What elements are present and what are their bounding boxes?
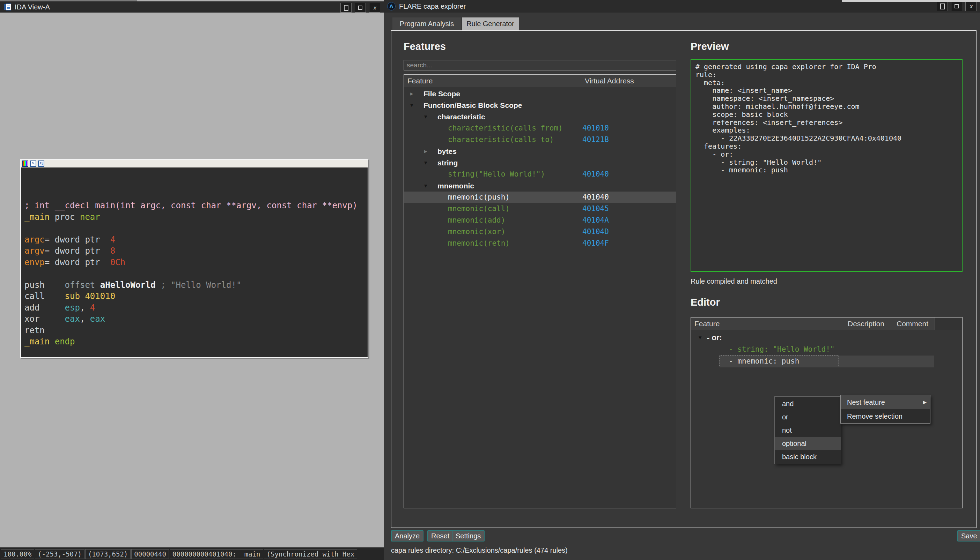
capa-close-button[interactable]: x xyxy=(965,2,977,11)
tree-group-label: string xyxy=(437,157,458,168)
features-table-header[interactable]: Feature Virtual Address xyxy=(404,75,676,87)
colors-icon[interactable] xyxy=(22,160,28,167)
maximize-icon xyxy=(940,3,945,9)
capa-window-title: FLARE capa explorer xyxy=(399,2,466,10)
close-button[interactable]: x xyxy=(369,3,380,13)
virtual-address: 40121B xyxy=(583,134,609,145)
chevron-down-icon[interactable]: ▾ xyxy=(699,332,702,343)
search-input[interactable] xyxy=(404,60,676,70)
disasm-line xyxy=(25,268,367,280)
feature-tree-row[interactable]: ▸File Scope xyxy=(404,88,676,100)
editor-row-string[interactable]: - string: "Hello World!" xyxy=(691,344,962,355)
column-header-feature[interactable]: Feature xyxy=(691,318,844,330)
column-header-feature[interactable]: Feature xyxy=(404,75,581,87)
feature-label: characteristic(calls to) xyxy=(448,134,554,145)
feature-tree-row[interactable]: mnemonic(add)40104A xyxy=(404,215,676,226)
menu-item-nest-feature[interactable]: Nest feature▶ xyxy=(841,395,930,409)
maximize-button[interactable] xyxy=(341,3,352,13)
feature-tree-row[interactable]: string("Hello World!")401040 xyxy=(404,168,676,180)
save-button[interactable]: Save xyxy=(957,530,980,542)
feature-tree-row[interactable]: characteristic(calls to)40121B xyxy=(404,134,676,145)
maximize-icon xyxy=(344,5,349,11)
disassembly-child-window[interactable]: ✎ ⇆ ; int __cdecl main(int argc, const c… xyxy=(20,159,368,358)
chevron-right-icon[interactable]: ▸ xyxy=(410,88,413,100)
feature-tree-row[interactable]: characteristic(calls from)401010 xyxy=(404,122,676,134)
virtual-address: 401040 xyxy=(583,168,609,180)
capa-explorer-window: A FLARE capa explorer x Program Analysis… xyxy=(384,0,980,560)
background-window-edge-right xyxy=(842,0,980,2)
restore-icon xyxy=(358,6,362,10)
restore-icon xyxy=(955,4,959,8)
disassembly-listing[interactable]: ; int __cdecl main(int argc, const char … xyxy=(21,167,367,348)
feature-tree-row[interactable]: ▸bytes xyxy=(404,145,676,157)
editor-row-label: - mnemonic: push xyxy=(729,355,799,367)
column-header-description[interactable]: Description xyxy=(844,318,893,330)
edit-icon[interactable]: ✎ xyxy=(30,160,36,167)
feature-tree-row[interactable]: ▾string xyxy=(404,157,676,168)
editor-row-label: - or: xyxy=(707,332,722,343)
capa-maximize-button[interactable] xyxy=(937,2,948,11)
tab-program-analysis[interactable]: Program Analysis xyxy=(392,17,461,30)
feature-tree-row[interactable]: mnemonic(xor)40104D xyxy=(404,226,676,238)
feature-label: mnemonic(call) xyxy=(448,203,510,215)
disasm-line: xor eax, eax xyxy=(25,313,367,325)
menu-item-not[interactable]: not xyxy=(775,423,841,437)
menu-item-basic-block[interactable]: basic block xyxy=(775,450,841,463)
feature-tree-row[interactable]: ▾Function/Basic Block Scope xyxy=(404,100,676,111)
menu-item-remove-selection[interactable]: Remove selection xyxy=(841,409,930,423)
preview-box[interactable]: # generated using capa explorer for IDA … xyxy=(691,59,963,272)
virtual-address: 40104D xyxy=(583,226,609,238)
capa-titlebar[interactable]: A FLARE capa explorer x xyxy=(384,0,980,13)
feature-tree-row[interactable]: mnemonic(retn)40104F xyxy=(404,238,676,249)
editor-row-or[interactable]: ▾ - or: xyxy=(691,332,962,344)
preview-title: Preview xyxy=(691,41,729,52)
feature-label: mnemonic(retn) xyxy=(448,238,510,249)
disasm-line: push offset aHelloWorld ; "Hello World!" xyxy=(25,280,367,291)
features-title: Features xyxy=(404,41,446,52)
feature-label: string("Hello World!") xyxy=(448,168,545,180)
disasm-line xyxy=(25,223,367,234)
capa-restore-button[interactable] xyxy=(951,2,962,11)
editor-table-header[interactable]: Feature Description Comment xyxy=(691,318,962,330)
menu-item-or[interactable]: or xyxy=(775,410,841,423)
rule-preview-text[interactable]: # generated using capa explorer for IDA … xyxy=(691,60,962,177)
jump-icon[interactable]: ⇆ xyxy=(38,160,44,167)
flare-logo-icon: A xyxy=(387,2,396,10)
feature-tree-row[interactable]: mnemonic(push)401040 xyxy=(404,192,676,203)
disasm-line: _main endp xyxy=(25,336,367,348)
ida-view-icon xyxy=(4,3,11,10)
restore-button[interactable] xyxy=(355,3,366,13)
virtual-address: 40104F xyxy=(583,238,609,249)
menu-item-and[interactable]: and xyxy=(775,397,841,410)
analyze-button[interactable]: Analyze xyxy=(391,530,424,542)
features-table: Feature Virtual Address ▸File Scope▾Func… xyxy=(404,74,676,508)
status-cell: (Synchronized with Hex xyxy=(264,549,357,559)
settings-button[interactable]: Settings xyxy=(452,530,484,542)
close-icon: x xyxy=(970,4,972,9)
virtual-address: 40104A xyxy=(583,215,609,226)
disassembly-toolbar: ✎ ⇆ xyxy=(21,160,367,167)
feature-label: mnemonic(xor) xyxy=(448,226,505,238)
disasm-line: argv= dword ptr 8 xyxy=(25,245,367,257)
editor-row-mnemonic-selected[interactable]: - mnemonic: push xyxy=(691,355,962,367)
chevron-down-icon[interactable]: ▾ xyxy=(424,157,427,168)
feature-tree-row[interactable]: ▾characteristic xyxy=(404,111,676,122)
reset-button[interactable]: Reset xyxy=(427,530,453,542)
column-header-comment[interactable]: Comment xyxy=(893,318,935,330)
chevron-down-icon[interactable]: ▾ xyxy=(410,100,413,111)
feature-tree-row[interactable]: ▾mnemonic xyxy=(404,180,676,192)
tree-group-label: characteristic xyxy=(437,111,485,122)
chevron-down-icon[interactable]: ▾ xyxy=(424,180,427,192)
menu-item-optional[interactable]: optional xyxy=(775,437,841,450)
close-icon: x xyxy=(373,5,376,10)
chevron-down-icon[interactable]: ▾ xyxy=(424,111,427,122)
ida-titlebar[interactable]: IDA View-A x xyxy=(0,2,384,13)
tab-rule-generator[interactable]: Rule Generator xyxy=(462,17,519,30)
feature-tree-row[interactable]: mnemonic(call)401045 xyxy=(404,203,676,215)
chevron-right-icon[interactable]: ▸ xyxy=(424,145,427,157)
disasm-line: _main proc near xyxy=(25,212,367,223)
feature-label: characteristic(calls from) xyxy=(448,122,563,134)
disasm-line: retn xyxy=(25,325,367,337)
column-header-virtual-address[interactable]: Virtual Address xyxy=(581,75,676,87)
status-cell: 00000440 xyxy=(131,549,169,559)
